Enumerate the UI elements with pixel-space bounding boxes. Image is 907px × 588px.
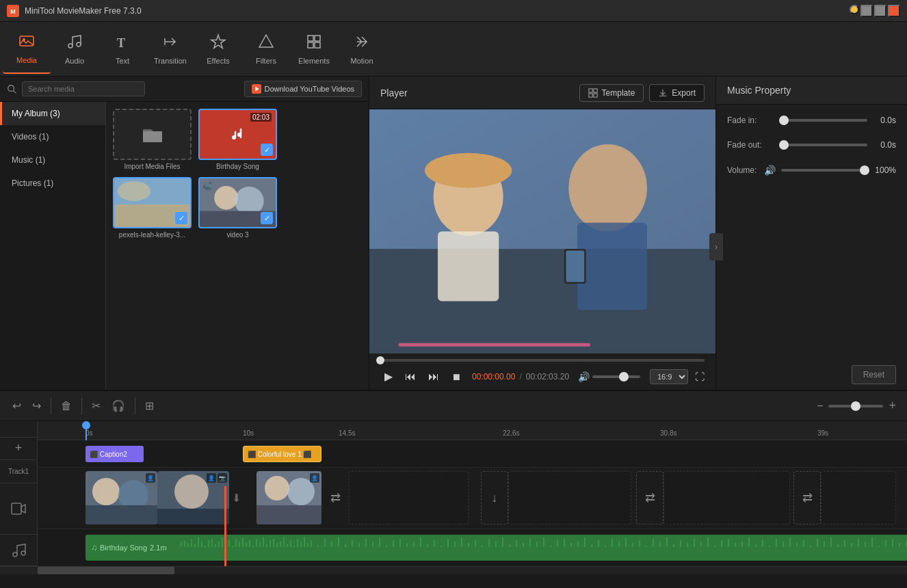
play-button[interactable]: ▶ xyxy=(380,369,397,384)
export-label: Export xyxy=(672,88,696,98)
h-scrollbar-thumb[interactable] xyxy=(38,567,174,574)
undo-button[interactable]: ↩ xyxy=(8,397,25,415)
headphones-button[interactable]: 🎧 xyxy=(107,397,129,415)
music-bar[interactable]: ♫ Birthday Song 2.1m xyxy=(86,535,907,561)
video3-item[interactable]: 📹 ✓ video 3 xyxy=(198,177,277,239)
svg-rect-9 xyxy=(315,36,320,41)
pexels-item[interactable]: ✓ pexels-leah-kelley-3... xyxy=(113,177,192,239)
toolbar-elements[interactable]: Elements xyxy=(290,25,338,74)
nav-videos[interactable]: Videos (1) xyxy=(0,125,105,148)
ruler-22s: 22.6s xyxy=(503,429,519,437)
fade-out-slider[interactable] xyxy=(779,144,867,146)
zoom-out-button[interactable]: − xyxy=(814,399,826,414)
key-button[interactable]: 🔑 xyxy=(850,5,859,14)
svg-point-50 xyxy=(174,475,209,509)
progress-bar[interactable] xyxy=(380,359,705,362)
template-button[interactable]: Template xyxy=(579,84,644,102)
svg-rect-51 xyxy=(157,509,229,524)
cut-button[interactable]: ✂ xyxy=(88,397,105,415)
toolbar-audio[interactable]: Audio xyxy=(51,25,98,74)
video-track-icon[interactable] xyxy=(0,483,37,535)
toolbar-media[interactable]: Media xyxy=(3,25,51,74)
search-bar: Download YouTube Videos xyxy=(0,77,369,102)
prev-button[interactable]: ⏮ xyxy=(401,369,420,384)
fade-in-slider[interactable] xyxy=(779,119,867,122)
video-clip-3[interactable]: 👤 xyxy=(257,471,321,524)
toolbar-media-label: Media xyxy=(16,56,37,64)
timeline-section: ↩ ↪ 🗑 ✂ 🎧 ⊞ − + + Track1 xyxy=(0,390,907,574)
transition-5[interactable]: ⇄ xyxy=(793,471,821,524)
crop-button[interactable]: ⊞ xyxy=(141,397,158,415)
volume-speaker-icon: 🔊 xyxy=(764,165,776,176)
import-media-item[interactable]: Import Media Files xyxy=(113,109,192,170)
toolbar-filters[interactable]: Filters xyxy=(242,25,290,74)
transition-4[interactable]: ⇄ xyxy=(636,471,663,524)
player-title: Player xyxy=(380,88,579,98)
nav-pictures[interactable]: Pictures (1) xyxy=(0,172,105,195)
toolbar-transition[interactable]: Transition xyxy=(146,25,194,74)
zoom-slider[interactable] xyxy=(828,405,883,407)
svg-point-22 xyxy=(118,181,150,201)
ctrl-row: ▶ ⏮ ⏭ ⏹ 00:00:00.00 / 00:02:03.20 🔊 16:9… xyxy=(380,369,705,384)
toolbar: Media Audio T Text Transition Effects Fi… xyxy=(0,22,907,77)
panel-collapse-btn[interactable]: › xyxy=(709,233,723,260)
toolbar-text[interactable]: T Text xyxy=(98,25,146,74)
birthday-duration: 02:03 xyxy=(250,113,272,122)
svg-point-53 xyxy=(265,476,289,500)
colorful-love-clip[interactable]: ⬛ Colorful love 1 ⬛ xyxy=(243,446,321,462)
audio-track-icon[interactable] xyxy=(0,535,37,566)
volume-prop-slider[interactable] xyxy=(781,169,869,172)
volume-slider[interactable] xyxy=(592,375,640,378)
delete-button[interactable]: 🗑 xyxy=(57,397,76,415)
svg-point-5 xyxy=(77,42,81,46)
nav-music[interactable]: Music (1) xyxy=(0,148,105,172)
caption2-clip[interactable]: ⬛ Caption2 xyxy=(86,446,144,462)
import-box[interactable] xyxy=(113,109,192,160)
svg-rect-40 xyxy=(566,251,584,282)
total-time: 00:02:03.20 xyxy=(526,372,569,382)
redo-button[interactable]: ↪ xyxy=(28,397,45,415)
video-clip-2[interactable]: 👤 📷 xyxy=(157,471,229,524)
transition-1[interactable]: ⇄ xyxy=(321,471,349,524)
add-track-btn[interactable]: + xyxy=(0,438,37,461)
stop-button[interactable]: ⏹ xyxy=(447,370,465,384)
svg-rect-27 xyxy=(588,88,592,92)
player-panel: Player Template Export xyxy=(369,77,715,390)
timeline-body: + Track1 0s 10s 14.5s 22.6s xyxy=(0,421,907,566)
maximize-button[interactable]: □ xyxy=(874,5,886,17)
left-content: My Album (3) Videos (1) Music (1) Pictur… xyxy=(0,102,369,390)
effects-icon xyxy=(210,34,226,54)
svg-rect-11 xyxy=(315,42,320,48)
nav-my-album[interactable]: My Album (3) xyxy=(0,102,105,125)
h-scrollbar[interactable] xyxy=(0,566,907,574)
yt-btn-label: Download YouTube Videos xyxy=(265,85,355,93)
toolbar-audio-label: Audio xyxy=(65,57,84,65)
tracks-area: ⬛ Caption2 ⬛ Colorful love 1 ⬛ xyxy=(38,440,907,566)
zoom-in-button[interactable]: + xyxy=(886,397,899,414)
aspect-ratio-select[interactable]: 16:9 9:16 1:1 4:3 xyxy=(650,369,688,384)
minimize-button[interactable]: － xyxy=(860,5,873,17)
colorful-label: ⬛ Colorful love 1 ⬛ xyxy=(248,451,311,458)
progress-dot[interactable] xyxy=(376,356,384,364)
download-youtube-btn[interactable]: Download YouTube Videos xyxy=(244,81,363,97)
birthday-song-item[interactable]: 02:03 ✓ Birthday Song xyxy=(198,109,277,170)
folder-icon xyxy=(142,125,163,144)
fade-in-row: Fade in: 0.0s xyxy=(727,116,896,125)
left-nav: My Album (3) Videos (1) Music (1) Pictur… xyxy=(0,102,106,390)
svg-rect-10 xyxy=(308,42,313,48)
search-input[interactable] xyxy=(22,81,145,96)
reset-button[interactable]: Reset xyxy=(852,365,896,384)
toolbar-motion[interactable]: Motion xyxy=(338,25,386,74)
waveform xyxy=(174,535,907,559)
close-button[interactable]: ✕ xyxy=(888,5,900,17)
toolbar-effects[interactable]: Effects xyxy=(194,25,242,74)
next-button[interactable]: ⏭ xyxy=(424,369,443,384)
left-panel: Download YouTube Videos My Album (3) Vid… xyxy=(0,77,369,390)
fullscreen-button[interactable]: ⛶ xyxy=(695,371,705,382)
media-icon xyxy=(18,33,35,53)
svg-point-46 xyxy=(92,478,120,505)
video-clip-1[interactable]: 👤 xyxy=(86,471,157,524)
export-button[interactable]: Export xyxy=(649,84,705,102)
transition-3[interactable]: ↓ xyxy=(481,471,508,524)
ruler: 0s 10s 14.5s 22.6s 30.8s 39s xyxy=(38,421,907,440)
